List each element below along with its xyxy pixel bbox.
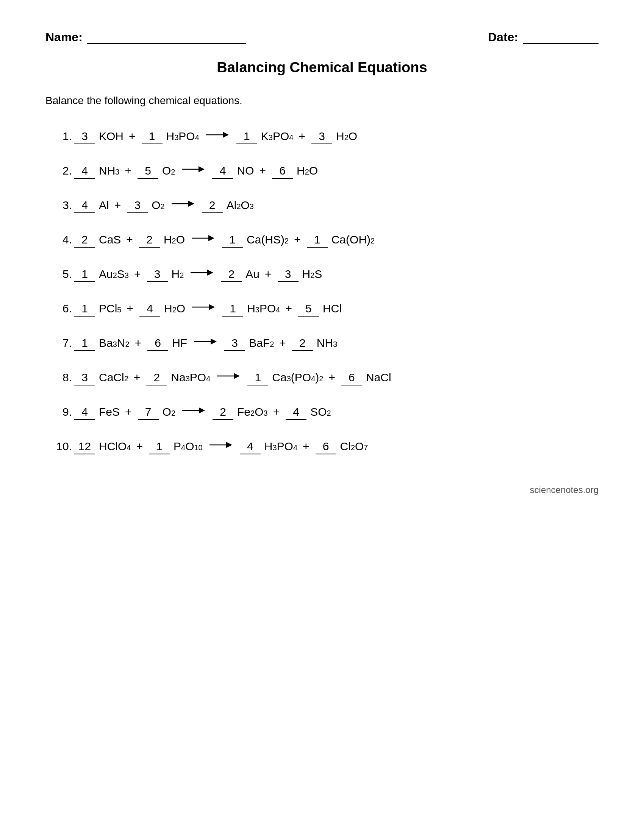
plus-sign-2: +: [298, 130, 305, 143]
plus-sign-1: +: [125, 164, 132, 177]
svg-marker-5: [188, 201, 194, 207]
compound: CaS: [99, 233, 121, 246]
subscript: 2: [270, 340, 274, 348]
compound: Ca3(PO4)2: [272, 371, 323, 384]
compound-text: KOH: [99, 130, 124, 143]
coeff-2: 2: [146, 371, 167, 386]
svg-marker-1: [223, 132, 229, 138]
compound-text: H: [264, 440, 273, 453]
name-label: Name:: [45, 30, 82, 44]
plus-sign-2: +: [303, 440, 309, 453]
coeff-2: 7: [138, 405, 159, 420]
page-title: Balancing Chemical Equations: [45, 60, 599, 76]
coeff-3: 4: [212, 164, 233, 179]
compound-text: O: [163, 405, 171, 418]
compound-text: O: [185, 440, 194, 453]
subscript: 3: [269, 133, 273, 141]
compound: Au: [245, 268, 259, 281]
compound-text: NH: [99, 164, 115, 177]
plus-sign-2: +: [273, 405, 280, 418]
subscript: 2: [161, 203, 165, 210]
subscript: 2: [126, 340, 130, 348]
plus-sign-2: +: [294, 233, 301, 246]
compound: SO2: [310, 405, 331, 418]
coeff-1: 4: [74, 199, 95, 213]
compound-text: K: [261, 130, 269, 143]
subscript: 10: [194, 444, 202, 451]
coeff-4: 4: [286, 405, 306, 420]
subscript: 3: [125, 272, 129, 279]
compound-text: NO: [237, 164, 254, 177]
compound: H2: [172, 268, 184, 281]
compound-text: O: [162, 164, 171, 177]
coeff-1: 12: [74, 440, 95, 454]
compound-text: PO: [190, 371, 206, 384]
compound-text: NaCl: [366, 371, 391, 384]
coeff-4: 2: [292, 337, 313, 351]
coeff-3: 1: [237, 130, 257, 144]
compound: H3PO4: [166, 130, 199, 143]
svg-marker-15: [234, 373, 240, 379]
compound: H2O: [164, 302, 185, 315]
svg-marker-17: [199, 407, 205, 413]
coeff-3: 1: [222, 233, 243, 248]
plus-sign-1: +: [114, 199, 121, 212]
coeff-1: 3: [74, 371, 95, 386]
compound-text: O: [151, 199, 160, 212]
equation-row: 9.4FeS+7O2 2Fe2O3+4SO2: [45, 405, 599, 420]
plus-sign-2: +: [285, 302, 292, 315]
compound-text: H: [164, 233, 172, 246]
subscript: 2: [172, 306, 177, 314]
compound-text: Ba: [99, 337, 113, 349]
compound-text: PO: [277, 440, 293, 453]
compound-text: BaF: [249, 337, 270, 349]
compound: O2: [163, 405, 175, 418]
subscript: 2: [319, 375, 323, 383]
reaction-arrow: [194, 336, 217, 347]
compound-text: CaCl: [99, 371, 124, 384]
coeff-3: 2: [202, 199, 223, 213]
compound-text: Au: [99, 268, 113, 281]
subscript: 3: [250, 203, 254, 210]
equation-number: 4.: [45, 233, 72, 246]
compound: NH3: [317, 337, 337, 349]
coeff-2: 1: [149, 440, 170, 454]
reaction-arrow: [206, 130, 229, 140]
equation-row: 8.3CaCl2+2Na3PO4 1Ca3(PO4)2+6NaCl: [45, 371, 599, 386]
reaction-arrow: [182, 164, 204, 175]
equation-number: 8.: [45, 371, 72, 384]
svg-marker-3: [198, 166, 204, 172]
subscript: 2: [172, 237, 176, 244]
equation-row: 6.1PCl5+4H2O 1H3PO4+5HCl: [45, 302, 599, 317]
compound: Na3PO4: [171, 371, 210, 384]
coeff-2: 6: [147, 337, 168, 351]
equation-number: 5.: [45, 268, 72, 281]
coeff-4: 6: [341, 371, 362, 386]
coeff-3: 4: [240, 440, 261, 454]
compound-text: O: [177, 302, 185, 315]
date-field: Date:: [488, 30, 599, 44]
compound-text: NH: [317, 337, 333, 349]
coeff-1: 3: [74, 130, 95, 144]
coeff-1: 2: [74, 233, 95, 248]
coeff-3: 2: [213, 405, 233, 420]
compound: H2S: [302, 268, 322, 281]
plus-sign-1: +: [135, 337, 142, 349]
coeff-1: 1: [74, 337, 95, 351]
name-field: Name:: [45, 30, 246, 44]
compound: Al2O3: [227, 199, 254, 212]
compound-text: O: [355, 440, 364, 453]
compound: Fe2O3: [237, 405, 268, 418]
compound: Au2S3: [99, 268, 129, 281]
compound: H3PO4: [264, 440, 297, 453]
compound: Cl2O7: [340, 440, 368, 453]
reaction-arrow: [217, 371, 240, 381]
compound-text: Ca(HS): [246, 233, 285, 246]
coeff-2: 1: [142, 130, 163, 144]
coeff-3: 2: [221, 268, 242, 282]
subscript: 4: [293, 444, 297, 451]
equation-number: 6.: [45, 302, 72, 315]
reaction-arrow: [182, 405, 205, 416]
coeff-1: 4: [74, 164, 95, 179]
coeff-1: 1: [74, 268, 95, 282]
